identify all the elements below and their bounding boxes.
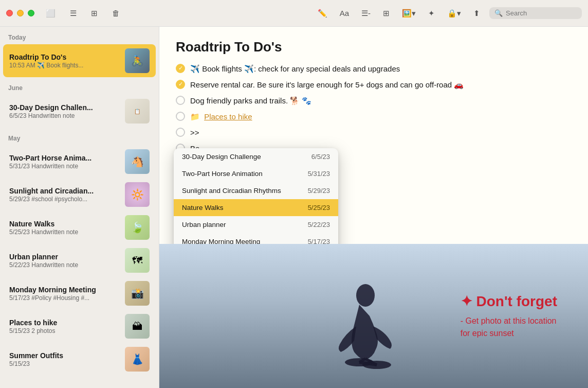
june-section-label: June <box>0 77 159 95</box>
note-subtitle-places: 5/15/23 2 photos <box>9 327 120 334</box>
note-main-title: Roadtrip To Do's <box>176 39 572 55</box>
fullscreen-button[interactable] <box>28 10 34 16</box>
note-subtitle-urban: 5/22/23 Handwritten note <box>9 261 120 269</box>
main-container: Today Roadtrip To Do's 10:53 AM ✈️ Book … <box>0 27 588 388</box>
sidebar-item-monday[interactable]: Monday Morning Meeting 5/17/23 #Policy #… <box>3 277 156 310</box>
note-title-design: 30-Day Design Challen... <box>9 103 120 112</box>
search-input[interactable] <box>506 9 577 17</box>
dropdown-item-date-4: 5/22/23 <box>308 221 330 228</box>
note-thumb-design: 📋 <box>125 99 150 124</box>
note-title-places: Places to hike <box>9 319 120 327</box>
todo-item-5: >> <box>176 127 572 138</box>
close-button[interactable] <box>6 10 13 16</box>
note-thumb-horse: 🐴 <box>125 149 150 174</box>
dropdown-item-name-1: Two-Part Horse Animation <box>182 170 263 178</box>
sidebar-item-roadtrip[interactable]: Roadtrip To Do's 10:53 AM ✈️ Book flight… <box>3 44 156 77</box>
note-subtitle-roadtrip: 10:53 AM ✈️ Book flights... <box>9 62 120 69</box>
search-icon: 🔍 <box>494 9 503 17</box>
sidebar: Today Roadtrip To Do's 10:53 AM ✈️ Book … <box>0 27 159 388</box>
dropdown-item-4[interactable]: Urban planner 5/22/23 <box>174 216 338 233</box>
note-info-summer: Summer Outfits 5/15/23 <box>9 351 120 367</box>
note-info-monday: Monday Morning Meeting 5/17/23 #Policy #… <box>9 286 120 302</box>
todo-checkbox-4[interactable] <box>176 112 185 121</box>
dropdown-item-name-0: 30-Day Design Challenge <box>182 153 261 161</box>
places-hike-link[interactable]: Places to hike <box>204 112 252 121</box>
delete-button[interactable]: 🗑 <box>109 7 123 20</box>
todo-text-3: Dog friendly parks and trails. 🐕 🐾 <box>190 95 572 106</box>
dropdown-item-name-4: Urban planner <box>182 221 226 228</box>
sidebar-item-summer[interactable]: Summer Outfits 5/15/23 👗 <box>3 343 156 376</box>
note-info-nature: Nature Walks 5/25/23 Handwritten note <box>9 220 120 236</box>
compose-button[interactable]: ✏️ <box>315 7 330 20</box>
font-button[interactable]: Aa <box>337 7 352 20</box>
sidebar-item-places[interactable]: Places to hike 5/15/23 2 photos 🏔 <box>3 310 156 343</box>
note-info-sunlight: Sunlight and Circadian... 5/29/23 #schoo… <box>9 187 120 203</box>
svg-point-0 <box>356 284 375 307</box>
table-button[interactable]: ⊞ <box>380 7 393 20</box>
todo-item-1: ✓ ✈️ Book flights ✈️: check for any spec… <box>176 63 572 74</box>
note-subtitle-sunlight: 5/29/23 #school #psycholo... <box>9 196 120 203</box>
note-title-sunlight: Sunlight and Circadian... <box>9 187 120 195</box>
sidebar-toggle-button[interactable]: ⬜ <box>43 7 59 20</box>
dropdown-item-1[interactable]: Two-Part Horse Animation 5/31/23 <box>174 165 338 182</box>
dropdown-item-date-3: 5/25/23 <box>308 204 330 211</box>
todo-checkbox-2[interactable]: ✓ <box>176 80 185 89</box>
dropdown-item-3[interactable]: Nature Walks 5/25/23 <box>174 199 338 216</box>
todo-checkbox-1[interactable]: ✓ <box>176 64 185 73</box>
lock-button[interactable]: 🔒▾ <box>444 7 464 20</box>
note-thumb-sunlight: 🔆 <box>125 182 150 207</box>
note-subtitle-monday: 5/17/23 #Policy #Housing #... <box>9 294 120 302</box>
dropdown-item-date-5: 5/17/23 <box>308 238 330 244</box>
dropdown-item-name-2: Sunlight and Circadian Rhythms <box>182 187 281 195</box>
grid-view-button[interactable]: ⊞ <box>88 7 101 20</box>
note-thumb-roadtrip: 🚴 <box>125 48 150 73</box>
todo-item-3: Dog friendly parks and trails. 🐕 🐾 <box>176 95 572 106</box>
note-info-places: Places to hike 5/15/23 2 photos <box>9 319 120 334</box>
handwritten-section: ✦ Don't forget - Get photo at this locat… <box>159 244 588 388</box>
sidebar-item-urban[interactable]: Urban planner 5/22/23 Handwritten note 🗺 <box>3 244 156 277</box>
dropdown-item-date-2: 5/29/23 <box>308 187 330 195</box>
note-subtitle-summer: 5/15/23 <box>9 360 120 367</box>
dropdown-item-0[interactable]: 30-Day Design Challenge 6/5/23 <box>174 148 338 165</box>
sidebar-item-horse[interactable]: Two-Part Horse Anima... 5/31/23 Handwrit… <box>3 145 156 178</box>
todo-checkbox-3[interactable] <box>176 96 185 105</box>
minimize-button[interactable] <box>17 10 24 16</box>
handwritten-line1: ✦ Don't forget <box>461 292 557 311</box>
note-info-horse: Two-Part Horse Anima... 5/31/23 Handwrit… <box>9 154 120 170</box>
checklist-button[interactable]: ☰- <box>358 7 374 20</box>
dropdown-item-5[interactable]: Monday Morning Meeting 5/17/23 <box>174 233 338 244</box>
todo-text-4: 📁 Places to hike <box>190 111 572 122</box>
note-thumb-monday: 📸 <box>125 281 150 306</box>
dropdown-item-2[interactable]: Sunlight and Circadian Rhythms 5/29/23 <box>174 182 338 199</box>
note-title-monday: Monday Morning Meeting <box>9 286 120 294</box>
note-title-urban: Urban planner <box>9 253 120 261</box>
share-button[interactable]: ⬆ <box>470 7 483 20</box>
todo-item-2: ✓ Reserve rental car. Be sure it's large… <box>176 79 572 90</box>
note-thumb-urban: 🗺 <box>125 248 150 273</box>
note-subtitle-horse: 5/31/23 Handwritten note <box>9 163 120 170</box>
todo-checkbox-5[interactable] <box>176 128 185 137</box>
folder-icon: 📁 <box>190 112 200 121</box>
collaborate-button[interactable]: ✦ <box>425 7 438 20</box>
handwritten-line2: - Get photo at this location for epic su… <box>461 315 557 340</box>
content-area: Roadtrip To Do's ✓ ✈️ Book flights ✈️: c… <box>159 27 588 388</box>
note-subtitle-nature: 5/25/23 Handwritten note <box>9 228 120 236</box>
silhouette-image <box>324 264 407 388</box>
todo-item-4: 📁 Places to hike <box>176 111 572 122</box>
todo-text-2: Reserve rental car. Be sure it's large e… <box>190 79 572 90</box>
titlebar: ⬜ ☰ ⊞ 🗑 ✏️ Aa ☰- ⊞ 🖼️▾ ✦ 🔒▾ ⬆ 🔍 <box>0 0 588 27</box>
note-info-roadtrip: Roadtrip To Do's 10:53 AM ✈️ Book flight… <box>9 53 120 69</box>
sidebar-item-nature[interactable]: Nature Walks 5/25/23 Handwritten note 🍃 <box>3 211 156 244</box>
list-view-button[interactable]: ☰ <box>67 7 80 20</box>
note-thumb-summer: 👗 <box>125 347 150 372</box>
media-button[interactable]: 🖼️▾ <box>399 7 419 20</box>
sidebar-item-design[interactable]: 30-Day Design Challen... 6/5/23 Handwrit… <box>3 95 156 128</box>
note-info-design: 30-Day Design Challen... 6/5/23 Handwrit… <box>9 103 120 119</box>
dropdown-item-date-0: 6/5/23 <box>311 153 330 161</box>
note-subtitle-design: 6/5/23 Handwritten note <box>9 112 120 119</box>
search-bar[interactable]: 🔍 <box>489 7 582 19</box>
note-title-nature: Nature Walks <box>9 220 120 228</box>
todo-text-5: >> <box>190 127 572 138</box>
sidebar-item-sunlight[interactable]: Sunlight and Circadian... 5/29/23 #schoo… <box>3 178 156 211</box>
titlebar-icons: ⬜ ☰ ⊞ 🗑 <box>43 7 123 20</box>
